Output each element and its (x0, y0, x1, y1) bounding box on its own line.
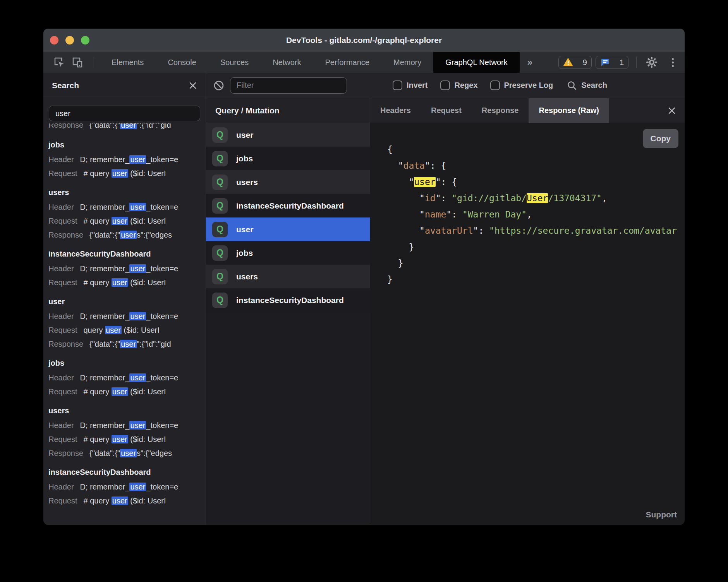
text-segment: {"data":{" (89, 123, 120, 129)
response-panel: HeadersRequestResponse Response (Raw) Co… (370, 98, 685, 525)
tab-request[interactable]: Request (421, 98, 472, 123)
query-row-label: instanceSecurityDashboard (236, 201, 344, 211)
search-result-entry[interactable]: jobsHeaderD; remember_user_token=eReques… (48, 139, 206, 180)
highlighted-match: user (129, 264, 146, 273)
regex-label: Regex (454, 81, 477, 90)
query-list-panel: Query / Mutation QuserQjobsQusersQinstan… (206, 98, 370, 525)
search-result-line[interactable]: Response{"data":{"users":{"edges (48, 446, 206, 460)
search-result-line[interactable]: Request# query user ($id: UserI (48, 385, 206, 399)
search-result-line[interactable]: HeaderD; remember_user_token=e (48, 200, 206, 214)
devtools-tab-network[interactable]: Network (261, 52, 313, 73)
regex-checkbox-box[interactable] (440, 80, 450, 90)
query-row-jobs[interactable]: Qjobs (206, 241, 370, 265)
search-result-line[interactable]: Response{"data":{"users":{"edges (48, 228, 206, 242)
close-window-button[interactable] (50, 36, 58, 45)
query-row-user[interactable]: Quser (206, 123, 370, 147)
search-result-partial[interactable]: Response{"data":{"user":{"id":"gid (48, 123, 206, 133)
devtools-tab-console[interactable]: Console (156, 52, 208, 73)
query-row-instancesecuritydashboard[interactable]: QinstanceSecurityDashboard (206, 194, 370, 217)
search-result-line[interactable]: HeaderD; remember_user_token=e (48, 309, 206, 323)
text-segment: D; remember_ (80, 312, 130, 320)
tab-response-raw[interactable]: Response (Raw) (529, 98, 609, 123)
search-result-entry[interactable]: userHeaderD; remember_user_token=eReques… (48, 296, 206, 351)
query-row-users[interactable]: Qusers (206, 265, 370, 288)
regex-checkbox[interactable]: Regex (440, 80, 477, 90)
highlighted-match: user (129, 483, 146, 491)
query-row-jobs[interactable]: Qjobs (206, 147, 370, 170)
text-segment: , (602, 193, 607, 203)
json-line: "avatarUrl": "https://secure.gravatar.co… (387, 223, 685, 239)
invert-checkbox-box[interactable] (393, 80, 402, 90)
search-result-line[interactable]: Request# query user ($id: UserI (48, 276, 206, 289)
close-search-icon[interactable] (189, 81, 197, 90)
query-list: QuserQjobsQusersQinstanceSecurityDashboa… (206, 123, 370, 312)
devtools-tab-memory[interactable]: Memory (381, 52, 433, 73)
tab-headers[interactable]: Headers (370, 98, 421, 123)
query-type-badge: Q (212, 175, 228, 190)
minimize-window-button[interactable] (65, 36, 74, 45)
preserve-log-checkbox[interactable]: Preserve Log (490, 80, 553, 90)
search-result-line[interactable]: Requestquery user ($id: UserI (48, 323, 206, 337)
query-row-instancesecuritydashboard[interactable]: QinstanceSecurityDashboard (206, 288, 370, 312)
text-segment: # query (84, 278, 112, 287)
query-list-title: Query / Mutation (206, 98, 370, 123)
tab-response[interactable]: Response (472, 98, 529, 123)
warnings-badge[interactable]: 9 (558, 56, 592, 69)
search-result-line[interactable]: Request# query user ($id: UserI (48, 494, 206, 508)
search-result-line[interactable]: Request# query user ($id: UserI (48, 214, 206, 228)
search-result-entry[interactable]: usersHeaderD; remember_user_token=eReque… (48, 187, 206, 242)
close-response-icon[interactable] (668, 106, 685, 115)
search-result-line[interactable]: Request# query user ($id: UserI (48, 166, 206, 180)
highlighted-match: User (527, 193, 548, 203)
json-line: "id": "gid://gitlab/User/13704317", (387, 190, 685, 206)
devtools-tab-sources[interactable]: Sources (208, 52, 261, 73)
search-result-entry[interactable]: instanceSecurityDashboardHeaderD; rememb… (48, 248, 206, 289)
search-input[interactable] (49, 106, 200, 121)
highlighted-match: user (129, 312, 146, 320)
result-line-label: Request (48, 435, 77, 443)
more-tabs-icon[interactable]: » (520, 57, 540, 68)
device-toolbar-icon[interactable] (72, 56, 83, 68)
invert-checkbox[interactable]: Invert (393, 80, 428, 90)
search-result-line[interactable]: HeaderD; remember_user_token=e (48, 480, 206, 494)
response-json: { "data": { "user": { "id": "gid://gitla… (387, 141, 685, 288)
query-row-users[interactable]: Qusers (206, 170, 370, 194)
text-segment: # query (84, 169, 112, 178)
highlighted-match: user (129, 203, 146, 211)
search-result-line[interactable]: HeaderD; remember_user_token=e (48, 418, 206, 432)
search-toggle[interactable]: Search (567, 80, 607, 91)
devtools-tab-elements[interactable]: Elements (100, 52, 156, 73)
inspect-element-icon[interactable] (53, 56, 65, 68)
search-result-line[interactable]: HeaderD; remember_user_token=e (48, 262, 206, 276)
copy-button[interactable]: Copy (643, 129, 679, 148)
search-result-entry[interactable]: jobsHeaderD; remember_user_token=eReques… (48, 358, 206, 399)
search-result-entry[interactable]: usersHeaderD; remember_user_token=eReque… (48, 405, 206, 460)
text-segment: {"data":{" (89, 340, 120, 348)
query-row-label: users (236, 272, 258, 281)
search-result-entry[interactable]: instanceSecurityDashboardHeaderD; rememb… (48, 467, 206, 508)
search-result-line[interactable]: Response{"data":{"user":{"id":"gid (48, 337, 206, 351)
filter-input[interactable] (230, 77, 347, 94)
query-row-user[interactable]: Quser (206, 217, 370, 241)
support-link[interactable]: Support (646, 510, 677, 519)
settings-gear-icon[interactable] (646, 56, 658, 68)
block-requests-icon[interactable] (213, 80, 225, 91)
maximize-window-button[interactable] (81, 36, 89, 45)
search-result-line[interactable]: HeaderD; remember_user_token=e (48, 371, 206, 385)
search-result-name: instanceSecurityDashboard (48, 467, 206, 478)
more-options-icon[interactable] (668, 56, 678, 68)
text-segment: {"data":{" (89, 449, 120, 457)
preserve-log-checkbox-box[interactable] (490, 80, 500, 90)
result-line-label: Response (48, 123, 83, 129)
preserve-log-label: Preserve Log (504, 81, 553, 90)
text-segment: # query (84, 496, 112, 505)
search-result-line[interactable]: Request# query user ($id: UserI (48, 432, 206, 446)
devtools-tab-performance[interactable]: Performance (313, 52, 382, 73)
text-segment: } (387, 242, 414, 252)
messages-badge[interactable]: 1 (596, 56, 628, 69)
highlighted-match: user (120, 340, 137, 348)
result-line-label: Header (48, 155, 74, 164)
search-result-line[interactable]: HeaderD; remember_user_token=e (48, 152, 206, 166)
devtools-tab-graphql-network[interactable]: GraphQL Network (433, 52, 519, 73)
text-segment: {"data":{" (89, 231, 120, 239)
